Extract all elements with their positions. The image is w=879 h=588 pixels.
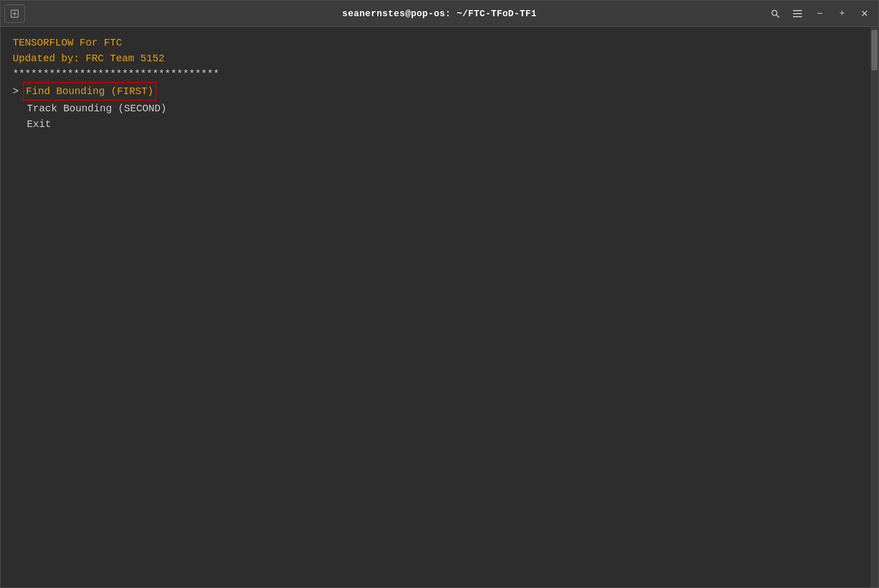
menu-row-1: > Find Bounding (FIRST) [13,82,866,101]
prompt-arrow: > [13,83,19,99]
search-button[interactable] [765,5,785,23]
scrollbar-thumb [871,30,877,70]
menu-button[interactable] [787,5,808,23]
scrollbar[interactable] [870,27,878,587]
svg-line-4 [777,15,779,17]
titlebar-right: − + ✕ [765,5,874,23]
window-title: seanernstes@pop-os: ~/FTC-TFoD-TF1 [342,9,537,19]
titlebar: seanernstes@pop-os: ~/FTC-TFoD-TF1 − + ✕ [1,1,878,27]
menu-item-track-bounding[interactable]: Track Bounding (SECOND) [13,101,866,116]
line-tensorflow: TENSORFLOW For FTC [13,35,866,51]
line-stars: ********************************** [13,66,866,82]
menu-item-find-bounding[interactable]: Find Bounding (FIRST) [23,82,156,101]
terminal-window: seanernstes@pop-os: ~/FTC-TFoD-TF1 − + ✕ [0,0,879,588]
new-tab-button[interactable] [5,5,25,23]
menu-item-exit[interactable]: Exit [13,116,866,132]
line-updated-by: Updated by: FRC Team 5152 [13,51,866,66]
minimize-button[interactable]: − [810,5,830,23]
maximize-button[interactable]: + [832,5,852,23]
terminal-body[interactable]: TENSORFLOW For FTC Updated by: FRC Team … [1,27,878,587]
close-button[interactable]: ✕ [854,5,874,23]
titlebar-left [5,5,25,23]
